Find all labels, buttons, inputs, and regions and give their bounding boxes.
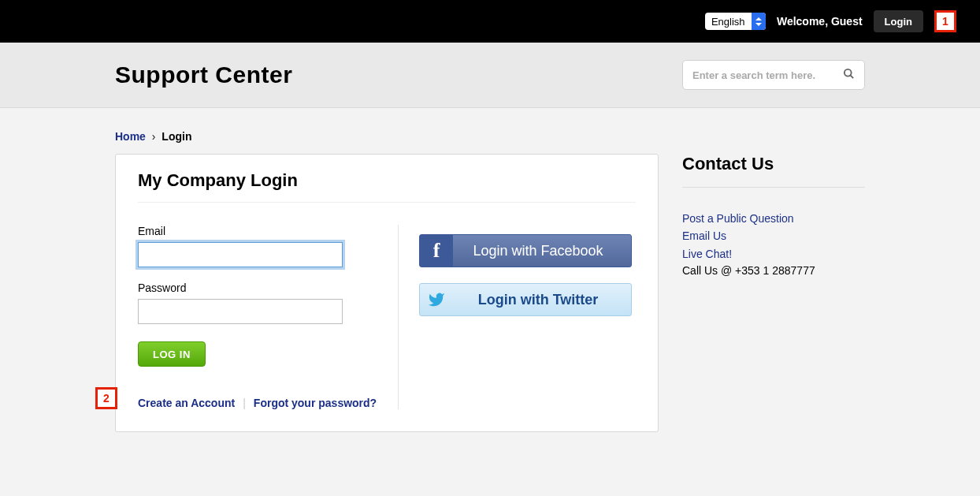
banner: Support Center — [0, 43, 980, 108]
breadcrumb: Home › Login — [115, 108, 865, 154]
sidebar: Contact Us Post a Public Question Email … — [682, 154, 865, 277]
email-label: Email — [138, 225, 382, 237]
login-form: Email Password LOG IN Create an Account … — [138, 225, 398, 409]
login-submit-button[interactable]: LOG IN — [138, 341, 206, 367]
search-box[interactable] — [682, 60, 865, 90]
social-login-pane: f Login with Facebook Login with Twitter — [398, 225, 636, 409]
topbar: English Welcome, Guest Login 1 — [0, 0, 980, 43]
login-card-title: My Company Login — [138, 170, 636, 191]
annotation-1: 1 — [934, 10, 956, 32]
sidebar-link-public-question[interactable]: Post a Public Question — [682, 210, 865, 227]
search-input[interactable] — [692, 61, 843, 89]
language-select-wrap: English — [705, 13, 766, 30]
login-facebook-label: Login with Facebook — [453, 243, 631, 259]
welcome-text: Welcome, Guest — [777, 15, 863, 28]
twitter-icon — [420, 284, 453, 315]
sidebar-link-email[interactable]: Email Us — [682, 227, 865, 244]
login-twitter-label: Login with Twitter — [453, 292, 631, 308]
login-twitter-button[interactable]: Login with Twitter — [419, 283, 632, 316]
facebook-icon: f — [420, 235, 453, 267]
divider — [682, 187, 865, 188]
sidebar-link-chat[interactable]: Live Chat! — [682, 245, 865, 263]
site-title: Support Center — [115, 62, 292, 88]
svg-line-1 — [850, 75, 853, 78]
login-card: My Company Login Email Password LOG IN C… — [115, 154, 659, 432]
search-icon[interactable] — [843, 68, 855, 82]
sidebar-call-text: Call Us @ +353 1 2887777 — [682, 264, 865, 277]
divider — [138, 202, 636, 203]
create-account-link[interactable]: Create an Account — [138, 397, 235, 409]
breadcrumb-separator: › — [152, 130, 156, 143]
breadcrumb-home[interactable]: Home — [115, 130, 146, 143]
login-button[interactable]: Login — [874, 10, 923, 32]
annotation-2: 2 — [95, 387, 117, 409]
password-label: Password — [138, 282, 382, 294]
page: Home › Login My Company Login Email Pass… — [115, 108, 865, 464]
svg-point-0 — [845, 69, 852, 76]
sidebar-title: Contact Us — [682, 154, 865, 174]
breadcrumb-current: Login — [161, 130, 191, 143]
link-divider: | — [243, 397, 246, 409]
email-field[interactable] — [138, 242, 343, 267]
password-field[interactable] — [138, 299, 343, 324]
forgot-password-link[interactable]: Forgot your password? — [254, 397, 377, 409]
sidebar-links: Post a Public Question Email Us Live Cha… — [682, 210, 865, 263]
login-facebook-button[interactable]: f Login with Facebook — [419, 234, 632, 267]
language-select[interactable]: English — [705, 13, 766, 30]
